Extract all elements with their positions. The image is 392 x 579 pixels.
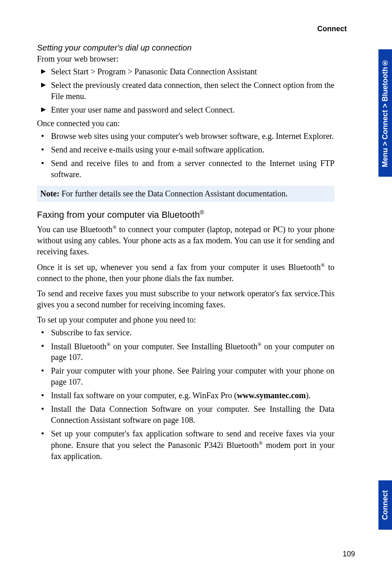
bullet-list-2: Subscribe to fax service. Install Blueto…: [37, 327, 334, 462]
registered-icon: ®: [113, 224, 117, 230]
text-fragment: on your computer. See Installing Bluetoo…: [111, 341, 257, 351]
body-paragraph: Once it is set up, whenever you send a f…: [37, 261, 334, 284]
list-item: Set up your computer's fax application s…: [37, 428, 334, 462]
list-item: Subscribe to fax service.: [37, 327, 334, 338]
list-item: Select Start > Program > Panasonic Data …: [37, 66, 334, 77]
registered-icon: ®: [258, 341, 262, 347]
list-item: Install Bluetooth® on your computer. See…: [37, 341, 334, 363]
page-header: Connect: [37, 25, 347, 33]
page-number: 109: [343, 550, 355, 558]
list-item: Send and receive files to and from a ser…: [37, 158, 334, 180]
text-fragment: Install Bluetooth: [51, 341, 106, 351]
registered-icon: ®: [259, 440, 263, 446]
list-item: Select the previously created data conne…: [37, 80, 334, 102]
text-fragment: You can use Bluetooth: [37, 225, 113, 234]
list-item: Install the Data Connection Software on …: [37, 404, 334, 426]
list-item: Install fax software on your computer, e…: [37, 390, 334, 401]
link-text: www.symantec.com: [237, 391, 306, 400]
registered-icon: ®: [106, 341, 111, 347]
body-paragraph: You can use Bluetooth® to connect your c…: [37, 224, 334, 257]
body-paragraph: To set up your computer and phone you ne…: [37, 314, 334, 325]
section-title-text: Faxing from your computer via Bluetooth: [37, 210, 200, 220]
note-text: For further details see the Data Connect…: [60, 189, 288, 198]
subsection-title: Setting your computer's dial up connecti…: [37, 43, 334, 53]
text-fragment: Once it is set up, whenever you send a f…: [37, 263, 321, 272]
intro-text: From your web browser:: [37, 53, 334, 65]
list-item: Browse web sites using your computer's w…: [37, 131, 334, 142]
text-fragment: ).: [306, 391, 311, 400]
page: Connect Setting your computer's dial up …: [0, 0, 392, 579]
main-content: Setting your computer's dial up connecti…: [37, 43, 355, 462]
list-item: Send and receive e-mails using your e-ma…: [37, 144, 334, 155]
body-paragraph: To send and receive faxes you must subsc…: [37, 288, 334, 310]
arrow-list: Select Start > Program > Panasonic Data …: [37, 66, 334, 115]
once-text: Once connected you can:: [37, 118, 334, 129]
bullet-list-1: Browse web sites using your computer's w…: [37, 131, 334, 180]
note-label: Note:: [40, 189, 60, 198]
note-box: Note: For further details see the Data C…: [37, 186, 334, 202]
list-item: Pair your computer with your phone. See …: [37, 365, 334, 388]
side-tab-section: Connect: [378, 480, 392, 530]
text-fragment: Install fax software on your computer, e…: [51, 391, 237, 400]
list-item: Enter your user name and password and se…: [37, 104, 334, 115]
section-title: Faxing from your computer via Bluetooth®: [37, 209, 334, 220]
registered-icon: ®: [321, 262, 325, 268]
side-tab-breadcrumb: Menu > Connect > Bluetooth®: [378, 49, 392, 177]
registered-icon: ®: [200, 209, 204, 216]
